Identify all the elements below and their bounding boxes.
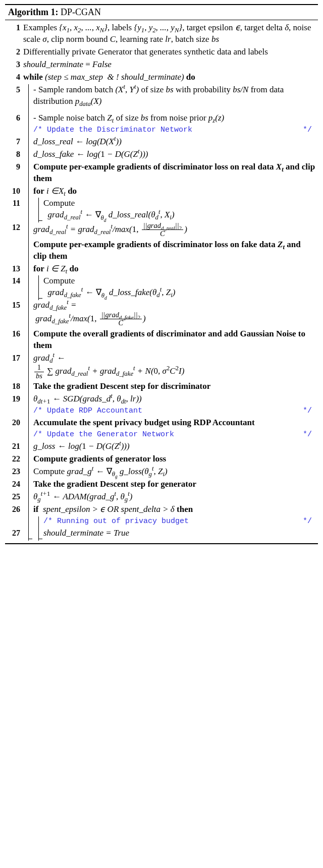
lineno: 22 <box>7 453 23 465</box>
algo-name: DP-CGAN <box>61 7 101 17</box>
comment-text: /* Update RDP Accountant <box>33 406 142 416</box>
lineno: 17 <box>7 353 23 364</box>
line-dloss-fake: d_loss_fake ← log(1 − D(G(Zt))) <box>23 149 316 160</box>
lineno: 19 <box>7 393 23 404</box>
line-output: Differentially private Generator that ge… <box>23 46 316 58</box>
lineno: 15 <box>7 300 23 311</box>
lineno: 20 <box>7 417 23 428</box>
kw-for: for <box>33 186 44 196</box>
comment-end: */ <box>303 125 312 135</box>
line-for-real: for i ∈Xt do <box>23 186 316 197</box>
lineno: 27 <box>7 528 23 539</box>
line-overall-grad: Compute the overall gradients of discrim… <box>23 328 316 352</box>
line-if: if spent_epsilon > ϵ OR spent_delta > δ … <box>23 504 316 515</box>
algorithm-box: Algorithm 1: DP-CGAN 1 Examples {x1, x2,… <box>5 4 318 544</box>
comment-text: /* Update the Discriminator Network <box>33 125 192 135</box>
line-dloss-real: d_loss_real ← log(D(Xt)) <box>23 136 316 148</box>
line-input: Examples {x1, x2, ..., xN}, labels {y1, … <box>23 22 316 45</box>
line-gloss: g_loss ← log(1 − D(G(Zt))) <box>23 441 316 452</box>
lineno: 18 <box>7 381 23 392</box>
lineno: 16 <box>7 328 23 339</box>
comment-end: */ <box>303 406 312 416</box>
lineno: 8 <box>7 149 23 160</box>
kw-do: do <box>186 72 195 82</box>
comment-text: /* Update the Generator Network <box>33 430 174 440</box>
line-compute-grad-real: Compute per-example gradients of discrim… <box>23 161 316 185</box>
lineno: 13 <box>7 263 23 274</box>
line-adam: θgt+1 ← ADAM(grad_gt, θgt) <box>23 491 316 503</box>
lineno: 23 <box>7 466 23 477</box>
lineno: 12 <box>7 222 23 233</box>
line-for-fake: for i ∈ Zt do <box>23 263 316 275</box>
line-accumulate: Accumulate the spent privacy budget usin… <box>23 417 316 429</box>
line-compute-real: Compute gradd_realt ← ∇θd d_loss_real(θd… <box>23 198 316 221</box>
line-sample-noise: - Sample noise batch Zt of size bs from … <box>23 112 316 124</box>
lineno: 9 <box>7 161 23 172</box>
line-grad-g: Compute grad_gt ← ∇θg g_loss(θgt, Zi) <box>23 466 316 478</box>
line-grad-g-header: Compute gradients of generator loss <box>23 453 316 465</box>
comment-rdp: /* Update RDP Accountant*/ <box>23 406 316 416</box>
kw-for: for <box>33 264 44 273</box>
lineno: 25 <box>7 491 23 502</box>
lineno: 3 <box>7 59 23 70</box>
line-compute-fake: Compute gradd_faket ← ∇θd d_loss_fake(θd… <box>23 275 316 299</box>
kw-if: if <box>33 504 38 514</box>
kw-do: do <box>69 264 78 273</box>
lineno: 2 <box>7 46 23 57</box>
comment-budget: /* Running out of privacy budget*/ <box>23 516 316 527</box>
kw-while: while <box>23 72 43 82</box>
lineno: 10 <box>7 186 23 197</box>
line-compute-grad-fake-header: Compute per-example gradients of discrim… <box>23 239 316 262</box>
line-init: should_terminate = False <box>23 59 316 71</box>
lineno: 5 <box>7 84 23 95</box>
algorithm-body: 1 Examples {x1, x2, ..., xN}, labels {y1… <box>5 20 318 543</box>
kw-do: do <box>68 186 77 196</box>
lineno: 21 <box>7 441 23 452</box>
algorithm-title: Algorithm 1: DP-CGAN <box>5 5 318 20</box>
lineno: 26 <box>7 504 23 515</box>
comment-gen: /* Update the Generator Network*/ <box>23 430 316 440</box>
lineno: 1 <box>7 22 23 33</box>
line-clip-fake: gradd_faket = gradd_faket/max(1, ||gradd… <box>23 300 316 327</box>
line-sgd: θdt+1 ← SGD(grads_dt, θdt, lr)) <box>23 393 316 405</box>
lineno: 7 <box>7 136 23 147</box>
line-terminate: should_terminate = True <box>23 528 316 539</box>
comment-disc: /* Update the Discriminator Network*/ <box>23 125 316 135</box>
line-while: while (step ≤ max_step & ! should_termin… <box>23 72 316 83</box>
lineno: 6 <box>7 112 23 124</box>
algo-label: Algorithm 1: <box>8 7 58 17</box>
lineno: 24 <box>7 479 23 490</box>
line-grad-d: graddt ← 1bs ∑ gradd_realt + gradd_faket… <box>23 353 316 380</box>
line-sgd-header: Take the gradient Descent step for discr… <box>23 381 316 392</box>
line-sample-batch: - Sample random batch (Xt, Yt) of size b… <box>23 84 316 107</box>
kw-then: then <box>177 504 193 514</box>
line-clip-real: gradd_realt = gradd_realt/max(1, ||gradd… <box>23 222 316 238</box>
lineno: 4 <box>7 72 23 83</box>
comment-end: */ <box>303 516 312 527</box>
comment-end: */ <box>303 430 312 440</box>
lineno: 11 <box>7 198 23 209</box>
comment-text: /* Running out of privacy budget <box>43 516 189 527</box>
line-adam-header: Take the gradient Descent step for gener… <box>23 479 316 490</box>
lineno: 14 <box>7 275 23 286</box>
